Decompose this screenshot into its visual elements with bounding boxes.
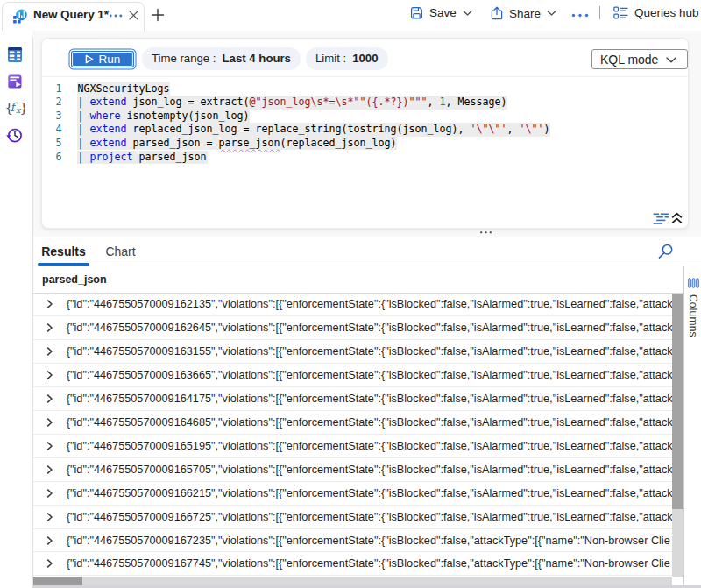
svg-text:}: } (19, 100, 24, 116)
row-json-text: {"id":"4467550570009166215","violations"… (67, 487, 672, 499)
result-row[interactable]: {"id":"4467550570009167235","violations"… (33, 529, 672, 553)
code-line[interactable]: 6| project parsed_json (42, 151, 688, 165)
tab-bar: New Query 1* Save (0, 0, 701, 31)
code-line[interactable]: 1NGXSecurityLogs (42, 82, 688, 96)
query-editor-card: Run Time range : Last 4 hours Limit : 10… (41, 38, 689, 229)
queries-hub-button[interactable]: Queries hub (613, 6, 699, 19)
recall-results-icon[interactable] (653, 212, 669, 224)
row-expand-chevron-icon[interactable] (45, 417, 53, 428)
columns-icon[interactable] (688, 278, 699, 288)
query-toolbar: Run Time range : Last 4 hours Limit : 10… (42, 39, 688, 77)
more-icon (571, 13, 589, 18)
result-row[interactable]: {"id":"4467550570009164175","violations"… (33, 387, 672, 411)
tab-results[interactable]: Results (38, 239, 89, 263)
share-icon (491, 6, 503, 20)
horizontal-scrollbar-thumb[interactable] (33, 577, 82, 585)
queries-hub-icon (613, 6, 628, 19)
search-results-button[interactable] (657, 243, 675, 260)
line-number: 4 (42, 123, 62, 137)
kql-code-editor[interactable]: 1NGXSecurityLogs2| extend json_log = ext… (42, 82, 688, 209)
save-label: Save (429, 6, 457, 19)
kql-mode-select[interactable]: KQL mode (591, 49, 688, 69)
result-row[interactable]: {"id":"4467550570009167745","violations"… (33, 552, 672, 576)
more-actions-button[interactable] (571, 6, 589, 25)
result-row[interactable]: {"id":"4467550570009165705","violations"… (33, 458, 672, 482)
result-row[interactable]: {"id":"4467550570009165195","violations"… (33, 435, 672, 458)
query-history-icon[interactable] (3, 124, 26, 145)
row-json-text: {"id":"4467550570009162645","violations"… (67, 322, 672, 334)
result-row[interactable]: {"id":"4467550570009164685","violations"… (33, 411, 672, 435)
save-icon (410, 6, 423, 19)
time-range-pill[interactable]: Time range : Last 4 hours (142, 47, 301, 71)
grid-column-header[interactable]: parsed_json (33, 266, 684, 294)
row-expand-chevron-icon[interactable] (45, 512, 53, 522)
results-panel: Results Chart parsed_json {"id":"4467550… (33, 237, 701, 588)
splitter-drag-handle[interactable] (478, 230, 493, 234)
new-tab-button[interactable] (150, 7, 166, 23)
columns-panel-label[interactable]: Columns (687, 294, 699, 337)
row-expand-chevron-icon[interactable] (45, 346, 53, 357)
row-json-text: {"id":"4467550570009164175","violations"… (67, 393, 672, 405)
tab-close-icon[interactable] (128, 10, 139, 21)
line-number: 2 (42, 96, 62, 110)
row-json-text: {"id":"4467550570009167745","violations"… (67, 557, 670, 570)
column-header-label: parsed_json (42, 273, 107, 286)
adx-app-icon (12, 8, 28, 24)
run-play-icon (85, 54, 94, 64)
run-label: Run (99, 53, 121, 66)
row-json-text: {"id":"4467550570009163665","violations"… (67, 369, 672, 381)
result-row[interactable]: {"id":"4467550570009163155","violations"… (33, 340, 672, 364)
result-row[interactable]: {"id":"4467550570009162645","violations"… (33, 316, 672, 340)
collapse-editor-icon[interactable] (671, 212, 683, 224)
row-json-text: {"id":"4467550570009165705","violations"… (67, 464, 672, 476)
code-line[interactable]: 5| extend parsed_json = parse_json(repla… (42, 137, 688, 151)
code-line[interactable]: 3| where isnotempty(json_log) (42, 110, 688, 124)
row-json-text: {"id":"4467550570009165195","violations"… (67, 440, 672, 452)
row-json-text: {"id":"4467550570009164685","violations"… (67, 416, 672, 429)
row-expand-chevron-icon[interactable] (45, 299, 53, 309)
scrollbar-corner (672, 577, 684, 585)
share-button[interactable]: Share (491, 6, 556, 20)
grid-horizontal-scrollbar[interactable] (33, 577, 672, 585)
functions-icon[interactable]: { } f x (3, 97, 26, 118)
query-tab[interactable]: New Query 1* (2, 2, 145, 32)
row-expand-chevron-icon[interactable] (45, 441, 53, 451)
line-number: 1 (42, 82, 62, 96)
left-sidebar: { } f x (0, 31, 32, 588)
row-expand-chevron-icon[interactable] (45, 393, 53, 404)
row-json-text: {"id":"4467550570009166725","violations"… (67, 511, 672, 523)
time-range-value: Last 4 hours (223, 52, 291, 65)
tab-chart[interactable]: Chart (96, 239, 145, 263)
tables-icon[interactable] (3, 44, 26, 65)
result-row[interactable]: {"id":"4467550570009162135","violations"… (33, 294, 672, 317)
row-expand-chevron-icon[interactable] (45, 322, 53, 333)
result-row[interactable]: {"id":"4467550570009166725","violations"… (33, 506, 672, 529)
save-button[interactable]: Save (410, 6, 472, 19)
code-line[interactable]: 2| extend json_log = extract(@"json_log\… (42, 96, 688, 110)
row-json-text: {"id":"4467550570009167235","violations"… (67, 535, 670, 547)
bottom-edge-strip (33, 585, 701, 588)
row-expand-chevron-icon[interactable] (45, 370, 53, 380)
top-actions-divider (599, 6, 600, 19)
row-expand-chevron-icon[interactable] (45, 488, 53, 499)
run-button[interactable]: Run (71, 51, 134, 67)
result-row[interactable]: {"id":"4467550570009163665","violations"… (33, 364, 672, 387)
tab-more-icon[interactable] (109, 14, 123, 18)
line-number: 3 (42, 110, 62, 124)
row-expand-chevron-icon[interactable] (45, 558, 53, 569)
limit-pill[interactable]: Limit : 1000 (306, 47, 388, 71)
vertical-scrollbar-thumb[interactable] (672, 294, 684, 509)
results-tab-bar: Results Chart (33, 237, 701, 266)
code-line[interactable]: 4| extend replaced_json_log = replace_st… (42, 123, 688, 137)
save-chevron-icon (463, 11, 472, 16)
share-label: Share (509, 7, 541, 20)
line-number: 5 (42, 137, 62, 151)
grid-vertical-scrollbar[interactable] (672, 294, 684, 577)
limit-value: 1000 (352, 52, 378, 65)
saved-queries-icon[interactable] (3, 71, 26, 92)
query-tab-title: New Query 1* (33, 8, 109, 21)
result-row[interactable]: {"id":"4467550570009166215","violations"… (33, 482, 672, 506)
row-expand-chevron-icon[interactable] (45, 464, 53, 475)
share-chevron-icon (547, 11, 556, 16)
row-expand-chevron-icon[interactable] (45, 535, 53, 546)
